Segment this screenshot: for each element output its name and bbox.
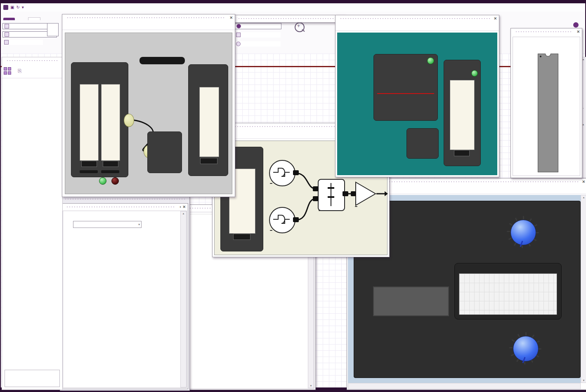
- help-icon[interactable]: [573, 22, 579, 28]
- close-icon[interactable]: ✕: [494, 16, 497, 21]
- dsp-wave1-component[interactable]: [269, 160, 295, 186]
- save-icon[interactable]: ▣: [10, 5, 14, 10]
- wave2-output-plug: [293, 217, 299, 222]
- icon-lists-toggle[interactable]: [234, 32, 281, 38]
- zoom-icon: [295, 22, 305, 32]
- temp-slider-1[interactable]: [80, 84, 99, 161]
- temp-value-2: [103, 161, 118, 167]
- dsp-mixer-label: [319, 210, 321, 211]
- target-device-panel: ✕: [510, 28, 582, 178]
- map-function-component[interactable]: [406, 128, 439, 159]
- close-icon[interactable]: ✕: [577, 30, 580, 34]
- project-explorer-footer-box: [5, 370, 60, 387]
- qat-more-icon[interactable]: ▾: [22, 5, 24, 10]
- math-panel: ✕: [335, 15, 499, 177]
- tab-file[interactable]: [3, 18, 15, 20]
- dsp-wave2-label: [270, 230, 272, 231]
- title-dots: [340, 17, 490, 20]
- ds18b20-green-led: [99, 177, 106, 185]
- target-device-body: [513, 37, 580, 176]
- project-explorer-button[interactable]: [2, 23, 52, 29]
- project-explorer-icon: [5, 24, 9, 28]
- scroll-down-icon[interactable]: ▼: [308, 385, 314, 387]
- target-device-toggle[interactable]: [234, 23, 281, 29]
- flowcode-subwindow: ▪✕ ▾ ▲: [60, 195, 190, 391]
- pwm-channel-component[interactable]: [373, 54, 438, 121]
- title-dots: [238, 17, 341, 20]
- dsp-wave2-component[interactable]: [269, 207, 295, 233]
- scroll-down-icon[interactable]: ▼: [581, 379, 586, 382]
- project-explorer-toolbar: ⎘: [2, 64, 62, 78]
- close-icon[interactable]: ✕: [182, 205, 186, 209]
- find-replace-button[interactable]: [2, 40, 43, 45]
- seven-segment-display: [373, 286, 449, 316]
- clipboard-icon[interactable]: ⎘: [18, 68, 22, 74]
- temp-slider-2[interactable]: [101, 84, 120, 161]
- inputs-toolbar: [62, 21, 235, 30]
- title-dots: [66, 206, 176, 208]
- ds18b20-component[interactable]: [71, 62, 128, 177]
- dsp-wave1-label: [270, 183, 272, 184]
- pwm-duty-slider[interactable]: [450, 80, 475, 150]
- chip-body: [538, 54, 558, 172]
- math-toolbar: [336, 22, 499, 31]
- sensor-address-strip-1[interactable]: [80, 170, 98, 173]
- find-replace-icon: [4, 40, 9, 45]
- analog-body: ▾ ▲: [63, 211, 187, 388]
- title-dots: [515, 31, 573, 33]
- title-dots: [6, 59, 58, 62]
- scroll-up-icon[interactable]: ▲: [581, 196, 586, 199]
- inputs-sensors-panel: ✕: [62, 14, 235, 197]
- knob-ball[interactable]: [510, 220, 536, 245]
- pwm-channel-led: [427, 57, 434, 64]
- temporary-panel-titlebar: [233, 15, 345, 23]
- analog-window: ▪✕ ▾ ▲: [61, 203, 188, 389]
- onewire-component[interactable]: [147, 131, 182, 173]
- ldr-knob[interactable]: [509, 332, 541, 364]
- ds18b20-red-led: [111, 177, 119, 185]
- macros-icon[interactable]: [4, 67, 11, 75]
- keypad-component[interactable]: [139, 57, 185, 64]
- dsp-gain-component[interactable]: [354, 181, 379, 207]
- mixer-output-plug: [343, 191, 348, 196]
- temp-value-1: [81, 161, 97, 167]
- scroll-up-icon[interactable]: ▲: [181, 212, 186, 215]
- title-bar: ▣ ↻ ▾: [1, 3, 585, 12]
- bh1750-component[interactable]: [188, 64, 228, 176]
- redo-icon[interactable]: ↻: [16, 5, 19, 10]
- tab-edit[interactable]: [16, 18, 27, 20]
- icon-lists-icon: [236, 33, 241, 37]
- change-history-icon: [236, 42, 241, 46]
- pwm-slider-component[interactable]: [444, 60, 481, 166]
- sensor-address-strip-2[interactable]: [101, 170, 119, 173]
- zoom-control[interactable]: [291, 22, 309, 34]
- pwm2-led: [471, 70, 478, 77]
- board-vscrollbar[interactable]: ▲ ▼: [581, 195, 586, 383]
- onewire-node-1[interactable]: [124, 114, 134, 127]
- board-hscrollbar[interactable]: [348, 383, 581, 389]
- knob-ball[interactable]: [513, 336, 539, 361]
- close-icon[interactable]: ✕: [229, 16, 233, 20]
- lux-slider[interactable]: [199, 87, 219, 157]
- lcd-module: [454, 263, 562, 319]
- chip-pin1-dot: [540, 56, 541, 57]
- mixer-input1-plug: [313, 186, 319, 191]
- pwm-scope-line: [377, 93, 434, 94]
- dsp-gain-label: [355, 206, 357, 207]
- tab-view[interactable]: [28, 17, 40, 20]
- component-properties-icon: [5, 32, 9, 37]
- mixer-input2-plug: [313, 196, 319, 201]
- pot-knob[interactable]: [507, 216, 539, 248]
- inputs-canvas: [65, 33, 232, 194]
- pwm-duty-value: [454, 150, 470, 156]
- dsp-mixer-component[interactable]: [318, 179, 345, 211]
- pin-icon[interactable]: ▪: [180, 205, 181, 209]
- analog-vscrollbar[interactable]: ▲: [180, 211, 187, 387]
- close-icon[interactable]: ✕: [582, 180, 585, 184]
- change-history-toggle[interactable]: [234, 41, 281, 47]
- 2d-panel-button[interactable]: [47, 23, 59, 36]
- main-window: ▣ ↻ ▾: [1, 3, 585, 387]
- view-values-dropdown[interactable]: ▾: [73, 221, 142, 228]
- tab-components[interactable]: [41, 18, 53, 20]
- lux-value: [200, 158, 217, 164]
